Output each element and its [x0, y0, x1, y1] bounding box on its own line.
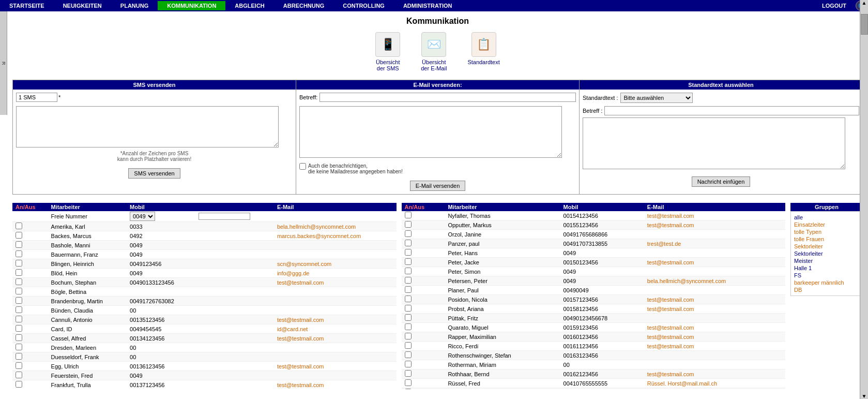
left-table-row: Cassel, Alfred00134123456test@testmail.c…: [12, 334, 397, 343]
sms-img-icon: 📱: [375, 32, 400, 57]
std-insert-button[interactable]: Nachricht einfügen: [692, 176, 751, 187]
nav-item-startseite[interactable]: STARTSEITE: [0, 1, 54, 10]
standardtext-icon[interactable]: 📋 Standardtext: [467, 32, 499, 71]
scroll-up-arrow[interactable]: ▲: [862, 0, 867, 6]
email-send-button[interactable]: E-Mail versenden: [410, 181, 466, 191]
left-table-row: Feuerstein, Fred0049: [12, 371, 397, 380]
right-row-checkbox[interactable]: [405, 351, 412, 358]
left-row-checkbox[interactable]: [16, 381, 22, 388]
left-row-checkbox[interactable]: [16, 269, 22, 276]
left-contact-table-wrap[interactable]: An/Aus Mitarbeiter Mobil E-Mail Freie Nu…: [12, 203, 397, 389]
left-th-mobil2: [195, 203, 274, 211]
left-row-checkbox[interactable]: [16, 297, 22, 304]
group-item[interactable]: alle: [793, 214, 860, 221]
email-notify-checkbox[interactable]: [299, 163, 306, 170]
right-row-checkbox[interactable]: [405, 305, 412, 312]
right-row-checkbox[interactable]: [405, 230, 412, 237]
side-label: ReginaStauder: [0, 11, 7, 115]
group-item[interactable]: FS: [793, 272, 860, 279]
sms-send-button[interactable]: SMS versenden: [128, 168, 180, 179]
right-row-checkbox[interactable]: [405, 286, 412, 293]
left-row-email: [274, 352, 397, 362]
sms-count-input[interactable]: [16, 93, 57, 102]
left-th-mobil: Mobil: [127, 203, 195, 211]
left-row-checkbox[interactable]: [16, 232, 22, 239]
left-row-name: Bünden, Claudia: [48, 306, 127, 315]
scrollbar[interactable]: ▲ ▼: [860, 0, 868, 394]
right-row-checkbox[interactable]: [405, 370, 412, 377]
right-row-checkbox[interactable]: [405, 240, 412, 246]
left-row-checkbox[interactable]: [16, 334, 22, 341]
right-row-checkbox[interactable]: [405, 221, 412, 228]
freie-nummer-select[interactable]: 0049003300440041: [130, 212, 155, 221]
left-row-checkbox[interactable]: [16, 241, 22, 248]
left-row-checkbox[interactable]: [16, 250, 22, 257]
group-item[interactable]: Sektorleiter: [793, 243, 860, 250]
left-row-extra: [195, 362, 274, 371]
right-row-checkbox[interactable]: [405, 295, 412, 302]
nav-item-abrechnung[interactable]: ABRECHNUNG: [274, 1, 333, 10]
group-item[interactable]: Einsatzleiter: [793, 221, 860, 228]
left-row-checkbox[interactable]: [16, 344, 22, 350]
right-row-checkbox[interactable]: [405, 361, 412, 367]
nav-item-kommunikation[interactable]: KOMMUNIKATION: [158, 1, 225, 10]
sms-textarea[interactable]: [16, 106, 279, 147]
scroll-down-arrow[interactable]: ▼: [862, 393, 867, 394]
right-row-name: Rüssel, Fred: [445, 379, 560, 388]
right-row-name: Nyfaller, Thomas: [445, 211, 560, 220]
right-row-checkbox[interactable]: [405, 212, 412, 218]
sms-overview-icon[interactable]: 📱 Übersichtder SMS: [375, 32, 400, 71]
right-row-checkbox[interactable]: [405, 314, 412, 321]
nav-item-planung[interactable]: PLANUNG: [111, 1, 158, 10]
right-row-name: Peter, Hans: [445, 248, 560, 258]
left-row-checkbox[interactable]: [16, 260, 22, 267]
email-subject-input[interactable]: [319, 93, 576, 102]
left-row-checkbox[interactable]: [16, 316, 22, 322]
nav-item-neuigkeiten[interactable]: NEUIGKEITEN: [54, 1, 111, 10]
group-item[interactable]: tolle Frauen: [793, 235, 860, 243]
std-betreff-input[interactable]: [604, 106, 859, 115]
left-row-extra: [195, 380, 274, 390]
left-row-checkbox[interactable]: [16, 306, 22, 313]
right-row-checkbox[interactable]: [405, 342, 412, 349]
left-row-checkbox[interactable]: [16, 278, 22, 285]
right-row-checkbox[interactable]: [405, 268, 412, 274]
group-item[interactable]: Sektorleiter: [793, 250, 860, 257]
right-row-checkbox[interactable]: [405, 277, 412, 284]
right-table-row: Rüssel, Fred00410765555555Rüssel. Horst@…: [402, 379, 786, 388]
nav-item-logout[interactable]: LOGOUT: [813, 1, 856, 10]
nav-item-administration[interactable]: ADMINISTRATION: [394, 1, 462, 10]
group-item[interactable]: DB: [793, 286, 860, 293]
left-row-checkbox[interactable]: [16, 372, 22, 378]
left-row-checkbox[interactable]: [16, 362, 22, 369]
group-item[interactable]: barkeeper männlich: [793, 279, 860, 286]
right-row-email: [644, 267, 785, 276]
left-row-checkbox[interactable]: [16, 353, 22, 360]
email-overview-icon[interactable]: ✉️ Übersichtder E-Mail: [421, 32, 447, 71]
right-row-checkbox[interactable]: [405, 249, 412, 256]
freie-nummer-input[interactable]: [199, 213, 250, 220]
right-row-checkbox[interactable]: [405, 333, 412, 339]
left-row-mobil: 0049: [127, 250, 195, 259]
left-row-checkbox[interactable]: [16, 325, 22, 332]
left-row-name: Freie Nummer: [48, 211, 127, 222]
group-item[interactable]: tolle Typen: [793, 228, 860, 235]
right-th-mobil: Mobil: [560, 203, 644, 211]
std-body-textarea[interactable]: [583, 117, 845, 169]
right-row-checkbox[interactable]: [405, 389, 412, 389]
group-item[interactable]: Meister: [793, 257, 860, 264]
std-select[interactable]: Bitte auswählen: [620, 93, 693, 103]
right-row-mobil: 00161123456: [560, 342, 644, 351]
right-contact-table-wrap[interactable]: An/Aus Mitarbeiter Mobil E-Mail Nyfaller…: [402, 203, 786, 389]
left-row-checkbox[interactable]: [16, 288, 22, 294]
right-row-checkbox[interactable]: [405, 323, 412, 330]
group-item[interactable]: Halle 1: [793, 264, 860, 272]
left-row-name: Frankfurt, Trulla: [48, 380, 127, 390]
nav-item-controlling[interactable]: CONTROLLING: [333, 1, 394, 10]
right-row-checkbox[interactable]: [405, 379, 412, 386]
right-row-checkbox[interactable]: [405, 258, 412, 265]
email-body-textarea[interactable]: [299, 106, 562, 158]
scroll-thumb[interactable]: [861, 14, 868, 35]
nav-item-abgleich[interactable]: ABGLEICH: [225, 1, 273, 10]
left-row-checkbox[interactable]: [16, 223, 22, 229]
